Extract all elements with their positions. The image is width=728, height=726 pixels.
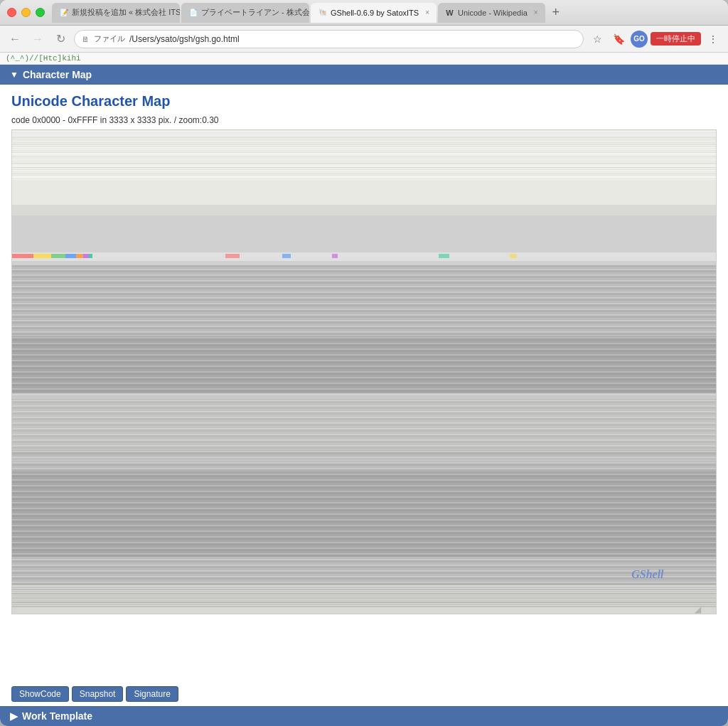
svg-rect-9: [12, 146, 716, 147]
svg-rect-63: [12, 595, 716, 597]
svg-rect-22: [12, 171, 716, 172]
charmap-container: // We'll use SVG patterns instead: [11, 129, 717, 614]
address-protocol: ファイル: [94, 33, 125, 44]
buttons-row: ShowCode Snapshot Signature: [0, 682, 728, 706]
navbar: ← → ↻ 🗎 ファイル /Users/ysato/gsh/gsh.go.htm…: [0, 26, 728, 53]
svg-rect-59: [12, 587, 716, 588]
tab-4-label: Unicode - Wikipedia: [458, 9, 528, 17]
svg-rect-10: [12, 148, 716, 149]
tab-2[interactable]: 📄 プライベートライアン - 株式会社... ×: [181, 3, 309, 23]
minimize-button[interactable]: [21, 8, 31, 17]
address-bar[interactable]: 🗎 ファイル /Users/ysato/gsh/gsh.go.html: [74, 30, 584, 48]
show-code-button[interactable]: ShowCode: [11, 686, 69, 702]
svg-rect-41: [439, 254, 449, 258]
traffic-lights: [7, 8, 45, 17]
work-template-title: Work Template: [22, 710, 92, 722]
svg-rect-23: [12, 173, 716, 174]
svg-rect-35: [76, 254, 83, 258]
svg-rect-5: [12, 139, 716, 139]
svg-rect-7: [12, 142, 716, 144]
close-button[interactable]: [7, 8, 16, 17]
svg-rect-60: [12, 589, 716, 590]
page-title: Unicode Character Map: [11, 93, 717, 110]
new-tab-button[interactable]: +: [547, 4, 565, 22]
pause-button[interactable]: 一時停止中: [651, 32, 701, 46]
pause-label: 一時停止中: [656, 33, 695, 44]
svg-rect-57: [12, 400, 716, 450]
svg-rect-4: [12, 137, 716, 138]
tab-3-label: GShell-0.6.9 by SatoxITS: [331, 9, 419, 17]
svg-rect-34: [65, 254, 76, 258]
tab-2-favicon: 📄: [188, 8, 198, 17]
svg-rect-53: [12, 393, 716, 399]
svg-rect-32: [33, 254, 51, 258]
svg-rect-31: [12, 254, 33, 258]
svg-rect-15: [12, 157, 716, 159]
tab-1[interactable]: 📝 新規投稿を追加 « 株式会社 ITS m... ×: [52, 3, 180, 23]
svg-rect-21: [12, 169, 716, 170]
svg-rect-29: [12, 205, 716, 215]
tab-4-close[interactable]: ×: [534, 9, 538, 16]
svg-rect-66: [12, 602, 716, 603]
titlebar: 📝 新規投稿を追加 « 株式会社 ITS m... × 📄 プライベートライアン…: [0, 0, 728, 26]
svg-rect-36: [83, 254, 89, 258]
svg-rect-11: [12, 150, 716, 151]
svg-rect-6: [12, 140, 716, 142]
charmap-canvas: // We'll use SVG patterns instead: [12, 130, 716, 614]
character-map-section-header: ▼ Character Map: [0, 65, 728, 85]
profile-icon[interactable]: GO: [631, 31, 648, 48]
tab-2-label: プライベートライアン - 株式会社...: [201, 7, 309, 18]
maximize-button[interactable]: [36, 8, 45, 17]
bookmark-button[interactable]: ☆: [588, 30, 606, 48]
refresh-button[interactable]: ↻: [51, 30, 70, 48]
tab-3[interactable]: 🐚 GShell-0.6.9 by SatoxITS ×: [311, 3, 437, 23]
svg-rect-25: [12, 176, 716, 178]
charmap-svg: // We'll use SVG patterns instead: [12, 130, 716, 614]
address-text: /Users/ysato/gsh/gsh.go.html: [129, 34, 576, 44]
tab-3-close[interactable]: ×: [425, 9, 429, 16]
svg-rect-42: [510, 254, 517, 258]
tab-3-favicon: 🐚: [318, 8, 327, 17]
nav-actions: ☆ 🔖 GO 一時停止中 ⋮: [588, 30, 722, 48]
signature-button[interactable]: Signature: [126, 686, 178, 702]
page-content: ▼ Character Map Unicode Character Map co…: [0, 65, 728, 726]
svg-rect-62: [12, 593, 716, 594]
browser-window: 📝 新規投稿を追加 « 株式会社 ITS m... × 📄 プライベートライアン…: [0, 0, 728, 726]
terminal-bar: (^_^)//[Htc]kihi: [0, 53, 728, 65]
watermark-text: GShell: [631, 568, 664, 580]
svg-rect-26: [12, 178, 716, 179]
svg-rect-30: [12, 252, 716, 261]
protocol-icon: 🗎: [82, 35, 90, 43]
forward-button[interactable]: →: [28, 30, 47, 48]
content-area: Unicode Character Map code 0x0000 - 0xFF…: [0, 85, 728, 682]
svg-rect-55: [12, 336, 716, 393]
svg-rect-14: [12, 156, 716, 156]
svg-rect-33: [51, 254, 65, 258]
tabs-bar: 📝 新規投稿を追加 « 株式会社 ITS m... × 📄 プライベートライアン…: [52, 3, 721, 23]
tab-1-favicon: 📝: [59, 8, 68, 17]
tab-4[interactable]: W Unicode - Wikipedia ×: [438, 3, 545, 23]
svg-rect-19: [12, 165, 716, 166]
svg-rect-20: [12, 167, 716, 168]
svg-rect-68: [12, 606, 716, 607]
svg-rect-24: [12, 174, 716, 176]
svg-rect-2: [12, 132, 716, 134]
svg-rect-8: [12, 144, 716, 145]
map-description: code 0x0000 - 0xFFFF in 3333 x 3333 pix.…: [11, 115, 717, 125]
back-button[interactable]: ←: [6, 30, 24, 48]
snapshot-button[interactable]: Snapshot: [72, 686, 124, 702]
menu-button[interactable]: ⋮: [704, 30, 722, 48]
svg-rect-3: [12, 134, 716, 136]
work-template-collapse-icon[interactable]: ▶: [10, 710, 18, 722]
resize-handle-icon: ◢: [695, 604, 702, 614]
svg-rect-37: [89, 254, 92, 258]
svg-rect-54: [12, 457, 716, 461]
svg-rect-12: [12, 151, 716, 153]
svg-rect-13: [12, 154, 716, 155]
svg-rect-64: [12, 597, 716, 599]
extension-button[interactable]: 🔖: [609, 30, 628, 48]
section-collapse-icon[interactable]: ▼: [10, 70, 18, 80]
section-header-title: Character Map: [23, 69, 92, 80]
svg-rect-18: [12, 163, 716, 164]
svg-rect-40: [332, 254, 338, 258]
